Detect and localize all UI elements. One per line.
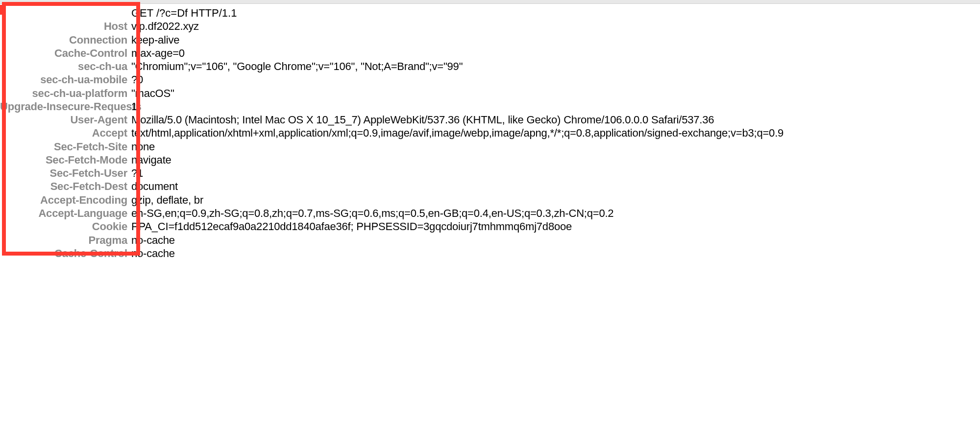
header-row: Accept-Encodinggzip, deflate, br <box>0 193 980 207</box>
header-row: Sec-Fetch-Destdocument <box>0 180 980 193</box>
header-row: Accepttext/html,application/xhtml+xml,ap… <box>0 126 980 140</box>
header-name: Sec-Fetch-Site <box>0 140 131 153</box>
header-name: Host <box>0 20 131 33</box>
header-row: sec-ch-ua-platform"macOS" <box>0 87 980 100</box>
left-edge-marker <box>0 5 2 15</box>
header-name: Pragma <box>0 234 131 247</box>
header-value: none <box>131 140 155 153</box>
header-value: PPA_CI=f1dd512ecaf9a0a2210dd1840afae36f;… <box>131 220 572 233</box>
header-name: Sec-Fetch-User <box>0 166 131 180</box>
header-value: Mozilla/5.0 (Macintosh; Intel Mac OS X 1… <box>131 113 714 126</box>
request-headers-panel: GET /?c=Df HTTP/1.1 Hostvip.df2022.xyzCo… <box>0 4 980 260</box>
header-name: sec-ch-ua-platform <box>0 87 131 100</box>
header-value: max-age=0 <box>131 47 185 60</box>
header-row: Hostvip.df2022.xyz <box>0 20 980 33</box>
header-name: sec-ch-ua-mobile <box>0 73 131 86</box>
window-top-bar <box>0 0 980 4</box>
header-value: ?0 <box>131 73 143 86</box>
header-row: Accept-Languageen-SG,en;q=0.9,zh-SG;q=0.… <box>0 207 980 220</box>
header-value: vip.df2022.xyz <box>131 20 199 33</box>
header-row: Sec-Fetch-Sitenone <box>0 140 980 153</box>
header-name: User-Agent <box>0 113 131 126</box>
header-row: Connectionkeep-alive <box>0 33 980 47</box>
header-row: Cache-Controlmax-age=0 <box>0 47 980 60</box>
header-name: Upgrade-Insecure-Requests <box>0 100 131 113</box>
header-name: Cookie <box>0 220 131 233</box>
header-name: Sec-Fetch-Mode <box>0 153 131 166</box>
header-value: no-cache <box>131 234 175 247</box>
header-value: "Chromium";v="106", "Google Chrome";v="1… <box>131 60 463 73</box>
header-value: keep-alive <box>131 33 179 47</box>
header-row: sec-ch-ua-mobile?0 <box>0 73 980 86</box>
header-value: 1 <box>131 100 137 113</box>
header-value: navigate <box>131 153 172 166</box>
header-value: no-cache <box>131 247 175 260</box>
header-name: Cache-Control <box>0 247 131 260</box>
header-name: Accept <box>0 126 131 140</box>
header-name: Connection <box>0 33 131 47</box>
request-line: GET /?c=Df HTTP/1.1 <box>0 6 980 20</box>
header-name: Accept-Language <box>0 207 131 220</box>
header-value: en-SG,en;q=0.9,zh-SG;q=0.8,zh;q=0.7,ms-S… <box>131 207 613 220</box>
header-row: Cache-Controlno-cache <box>0 247 980 260</box>
header-value: "macOS" <box>131 87 174 100</box>
header-name: Cache-Control <box>0 47 131 60</box>
header-value: ?1 <box>131 166 143 180</box>
header-row: Pragmano-cache <box>0 234 980 247</box>
header-name: Sec-Fetch-Dest <box>0 180 131 193</box>
header-row: Sec-Fetch-Modenavigate <box>0 153 980 166</box>
header-value: text/html,application/xhtml+xml,applicat… <box>131 126 784 140</box>
header-name: Accept-Encoding <box>0 193 131 207</box>
header-name: sec-ch-ua <box>0 60 131 73</box>
header-row: User-AgentMozilla/5.0 (Macintosh; Intel … <box>0 113 980 126</box>
header-row: sec-ch-ua"Chromium";v="106", "Google Chr… <box>0 60 980 73</box>
header-row: CookiePPA_CI=f1dd512ecaf9a0a2210dd1840af… <box>0 220 980 233</box>
header-value: gzip, deflate, br <box>131 193 203 207</box>
header-value: document <box>131 180 178 193</box>
header-row: Upgrade-Insecure-Requests1 <box>0 100 980 113</box>
header-row: Sec-Fetch-User?1 <box>0 166 980 180</box>
